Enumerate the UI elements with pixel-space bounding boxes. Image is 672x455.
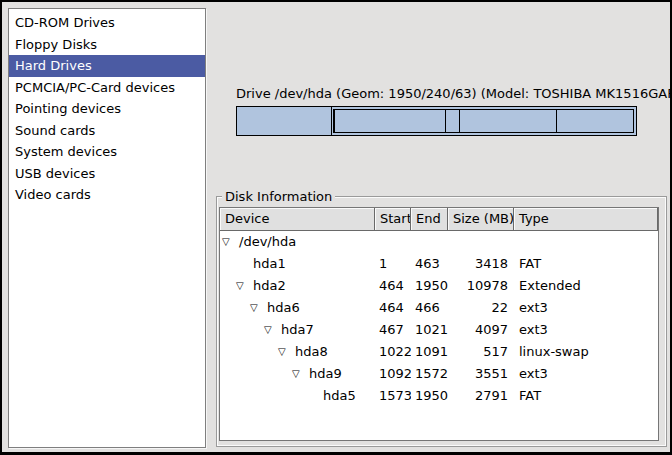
cell-device: hda5 bbox=[220, 385, 375, 407]
cell-size: 2791 bbox=[448, 385, 514, 407]
device-name: hda6 bbox=[267, 300, 300, 315]
expander-open-icon[interactable]: ▽ bbox=[222, 231, 230, 253]
cell-end: 1021 bbox=[411, 319, 448, 341]
column-header-type[interactable]: Type bbox=[514, 208, 658, 231]
cell-type: FAT bbox=[514, 253, 658, 275]
partition-segment-hda2 bbox=[333, 109, 634, 133]
table-row-hda6[interactable]: ▽hda646446622ext3 bbox=[220, 297, 658, 319]
hardware-browser-window: CD-ROM DrivesFloppy DisksHard DrivesPCMC… bbox=[0, 0, 672, 455]
device-name: hda9 bbox=[309, 366, 342, 381]
sidebar-item-usb-devices[interactable]: USB devices bbox=[9, 163, 205, 185]
device-name: hda1 bbox=[253, 256, 286, 271]
cell-type: linux-swap bbox=[514, 341, 658, 363]
table-body: ▽/dev/hdahda114633418FAT▽hda246419501097… bbox=[220, 231, 658, 407]
column-header-start[interactable]: Start bbox=[375, 208, 411, 231]
expander-open-icon[interactable]: ▽ bbox=[292, 363, 300, 385]
cell-start: 467 bbox=[375, 319, 411, 341]
cell-type: Extended bbox=[514, 275, 658, 297]
table-row-hda9[interactable]: ▽hda9109215723551ext3 bbox=[220, 363, 658, 385]
cell-type bbox=[514, 231, 658, 253]
sidebar-item-video-cards[interactable]: Video cards bbox=[9, 184, 205, 206]
partition-segment-hda8 bbox=[446, 110, 460, 132]
cell-end: 1572 bbox=[411, 363, 448, 385]
sidebar-item-system-devices[interactable]: System devices bbox=[9, 141, 205, 163]
sidebar-item-floppy-disks[interactable]: Floppy Disks bbox=[9, 34, 205, 56]
cell-size: 10978 bbox=[448, 275, 514, 297]
cell-device: ▽hda2 bbox=[220, 275, 375, 297]
table-row-hda7[interactable]: ▽hda746710214097ext3 bbox=[220, 319, 658, 341]
cell-start bbox=[375, 231, 411, 253]
cell-end: 463 bbox=[411, 253, 448, 275]
cell-device: ▽hda7 bbox=[220, 319, 375, 341]
cell-end: 1091 bbox=[411, 341, 448, 363]
table-row-hda2[interactable]: ▽hda2464195010978Extended bbox=[220, 275, 658, 297]
device-name: hda2 bbox=[253, 278, 286, 293]
device-name: hda8 bbox=[295, 344, 328, 359]
expander-open-icon[interactable]: ▽ bbox=[278, 341, 286, 363]
disk-information-label: Disk Information bbox=[222, 189, 335, 204]
cell-start: 1022 bbox=[375, 341, 411, 363]
cell-size: 3551 bbox=[448, 363, 514, 385]
drive-geometry-label: Drive /dev/hda (Geom: 1950/240/63) (Mode… bbox=[236, 86, 637, 102]
cell-end bbox=[411, 231, 448, 253]
cell-type: FAT bbox=[514, 385, 658, 407]
partition-bar bbox=[236, 106, 637, 136]
cell-start: 464 bbox=[375, 275, 411, 297]
sidebar-item-sound-cards[interactable]: Sound cards bbox=[9, 120, 205, 142]
column-header-device[interactable]: Device bbox=[220, 208, 375, 231]
cell-device: ▽/dev/hda bbox=[220, 231, 375, 253]
cell-type: ext3 bbox=[514, 363, 658, 385]
expander-open-icon[interactable]: ▽ bbox=[250, 297, 258, 319]
cell-device: ▽hda6 bbox=[220, 297, 375, 319]
device-name: /dev/hda bbox=[239, 234, 296, 249]
table-row-hda8[interactable]: ▽hda810221091517linux-swap bbox=[220, 341, 658, 363]
cell-start: 1092 bbox=[375, 363, 411, 385]
expander-open-icon[interactable]: ▽ bbox=[236, 275, 244, 297]
partition-segment-hda7 bbox=[335, 110, 447, 132]
column-header-end[interactable]: End bbox=[411, 208, 448, 231]
cell-size: 517 bbox=[448, 341, 514, 363]
cell-device: ▽hda8 bbox=[220, 341, 375, 363]
table-row-hda1[interactable]: hda114633418FAT bbox=[220, 253, 658, 275]
cell-start: 1573 bbox=[375, 385, 411, 407]
sidebar-item-hard-drives[interactable]: Hard Drives bbox=[9, 55, 205, 77]
sidebar-item-cd-rom-drives[interactable]: CD-ROM Drives bbox=[9, 12, 205, 34]
disk-information-table: DeviceStartEndSize (MB)Type ▽/dev/hdahda… bbox=[219, 207, 659, 441]
table-header-row: DeviceStartEndSize (MB)Type bbox=[220, 208, 658, 231]
cell-end: 1950 bbox=[411, 385, 448, 407]
device-name: hda5 bbox=[323, 388, 356, 403]
cell-device: ▽hda9 bbox=[220, 363, 375, 385]
cell-size bbox=[448, 231, 514, 253]
cell-size: 4097 bbox=[448, 319, 514, 341]
cell-device: hda1 bbox=[220, 253, 375, 275]
sidebar-item-pcmcia-pc-card-devices[interactable]: PCMCIA/PC-Card devices bbox=[9, 77, 205, 99]
expander-open-icon[interactable]: ▽ bbox=[264, 319, 272, 341]
cell-start: 464 bbox=[375, 297, 411, 319]
sidebar-item-pointing-devices[interactable]: Pointing devices bbox=[9, 98, 205, 120]
cell-type: ext3 bbox=[514, 319, 658, 341]
column-header-size-mb[interactable]: Size (MB) bbox=[448, 208, 514, 231]
device-category-list[interactable]: CD-ROM DrivesFloppy DisksHard DrivesPCMC… bbox=[8, 8, 206, 448]
partition-segment-hda9 bbox=[460, 110, 557, 132]
table-row-hda5[interactable]: hda5157319502791FAT bbox=[220, 385, 658, 407]
cell-end: 466 bbox=[411, 297, 448, 319]
cell-end: 1950 bbox=[411, 275, 448, 297]
cell-start: 1 bbox=[375, 253, 411, 275]
cell-size: 3418 bbox=[448, 253, 514, 275]
cell-size: 22 bbox=[448, 297, 514, 319]
device-name: hda7 bbox=[281, 322, 314, 337]
cell-type: ext3 bbox=[514, 297, 658, 319]
partition-segment-hda5 bbox=[557, 110, 633, 132]
table-row-dev-hda[interactable]: ▽/dev/hda bbox=[220, 231, 658, 253]
partition-segment-hda1 bbox=[237, 107, 332, 135]
